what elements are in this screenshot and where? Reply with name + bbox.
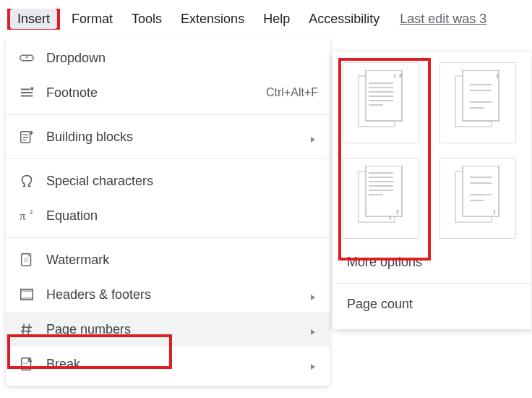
omega-icon: [19, 172, 40, 190]
menu-headers-footers[interactable]: Headers & footers: [6, 277, 330, 312]
break-icon: [19, 355, 40, 373]
svg-rect-36: [463, 70, 499, 121]
thumb-header-all[interactable]: 1 2: [343, 62, 419, 143]
page-numbers-submenu: 1 2 1: [332, 52, 531, 329]
svg-line-19: [23, 324, 25, 335]
chevron-right-icon: [309, 360, 318, 368]
svg-text:2: 2: [399, 73, 402, 78]
svg-text:1: 1: [496, 73, 499, 78]
thumb-footer-skip-first[interactable]: 1: [439, 158, 516, 239]
thumb-header-skip-first[interactable]: 1: [439, 62, 516, 143]
svg-point-14: [25, 258, 28, 262]
menu-dropdown-label: Dropdown: [40, 51, 318, 66]
separator: [6, 237, 330, 238]
menu-page-numbers-label: Page numbers: [40, 322, 304, 337]
thumbnail-grid: 1 2 1: [343, 62, 521, 239]
insert-dropdown: Dropdown Footnote Ctrl+Alt+F Building bl…: [6, 36, 330, 386]
chevron-right-icon: [309, 290, 318, 299]
thumb-footer-all[interactable]: 1 2: [343, 158, 419, 239]
menu-watermark-label: Watermark: [40, 253, 318, 268]
menu-building-blocks-label: Building blocks: [40, 130, 304, 145]
svg-text:1: 1: [493, 209, 496, 214]
hash-icon: [19, 321, 40, 338]
separator: [6, 114, 330, 115]
svg-rect-17: [21, 289, 33, 292]
svg-point-15: [28, 255, 30, 256]
svg-rect-18: [21, 297, 33, 300]
menu-equation-label: Equation: [40, 208, 318, 224]
svg-text:2: 2: [30, 209, 33, 216]
menubar-format[interactable]: Format: [64, 9, 120, 30]
svg-text:1: 1: [393, 73, 396, 78]
menu-break-label: Break: [40, 357, 304, 372]
footnote-icon: [19, 84, 40, 101]
menu-footnote[interactable]: Footnote Ctrl+Alt+F: [6, 75, 330, 110]
watermark-icon: [19, 251, 40, 268]
menu-headers-footers-label: Headers & footers: [40, 287, 304, 302]
menu-building-blocks[interactable]: Building blocks: [6, 119, 330, 154]
highlight-insert: Insert: [7, 9, 60, 30]
submenu-page-count[interactable]: Page count: [343, 287, 521, 322]
svg-text:π: π: [20, 209, 26, 223]
menubar: Insert Format Tools Extensions Help Acce…: [0, 0, 532, 37]
menubar-extensions[interactable]: Extensions: [173, 9, 252, 30]
menu-footnote-shortcut: Ctrl+Alt+F: [266, 86, 318, 99]
separator: [332, 283, 531, 284]
svg-text:2: 2: [396, 209, 399, 214]
menubar-tools[interactable]: Tools: [124, 9, 169, 30]
chevron-right-icon: [309, 132, 318, 141]
svg-rect-4: [31, 88, 34, 90]
menubar-accessibility[interactable]: Accessibility: [301, 9, 387, 30]
building-blocks-icon: [19, 128, 40, 145]
last-edit-link[interactable]: Last edit was 3: [400, 12, 486, 27]
menu-watermark[interactable]: Watermark: [6, 242, 330, 277]
chevron-right-icon: [309, 325, 318, 334]
separator: [6, 158, 330, 159]
svg-line-20: [28, 324, 30, 335]
menu-footnote-label: Footnote: [40, 85, 266, 101]
menubar-help[interactable]: Help: [256, 9, 297, 30]
menu-break[interactable]: Break: [6, 347, 330, 381]
menu-special-characters[interactable]: Special characters: [6, 164, 330, 198]
menubar-insert[interactable]: Insert: [10, 9, 57, 29]
svg-text:1: 1: [389, 215, 392, 220]
menu-page-numbers[interactable]: Page numbers: [6, 312, 330, 347]
headers-footers-icon: [19, 286, 40, 303]
menu-special-characters-label: Special characters: [40, 174, 318, 189]
menu-equation[interactable]: π2 Equation: [6, 198, 330, 233]
menu-dropdown[interactable]: Dropdown: [6, 41, 330, 75]
pi-icon: π2: [19, 207, 40, 224]
submenu-more-options[interactable]: More options: [343, 245, 521, 280]
dropdown-icon: [19, 49, 40, 67]
